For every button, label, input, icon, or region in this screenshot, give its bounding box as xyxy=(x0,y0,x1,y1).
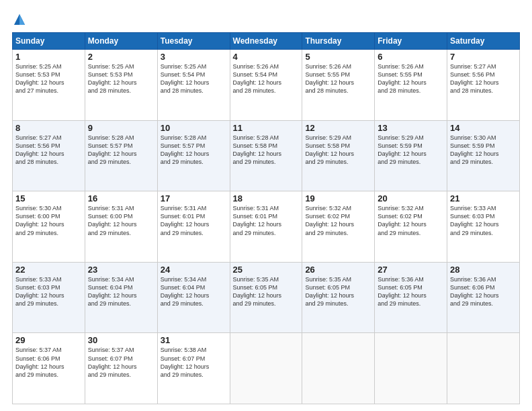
day-number: 3 xyxy=(161,52,227,62)
calendar-cell: 6Sunrise: 5:26 AMSunset: 5:55 PMDaylight… xyxy=(375,50,447,121)
calendar-cell xyxy=(447,333,520,404)
svg-marker-1 xyxy=(19,14,25,25)
day-header: Thursday xyxy=(302,33,375,50)
calendar-cell: 30Sunrise: 5:37 AMSunset: 6:07 PMDayligh… xyxy=(85,333,157,404)
day-info: Sunrise: 5:26 AMSunset: 5:55 PMDaylight:… xyxy=(378,62,444,95)
calendar-cell: 18Sunrise: 5:31 AMSunset: 6:01 PMDayligh… xyxy=(230,191,302,263)
day-info: Sunrise: 5:31 AMSunset: 6:01 PMDaylight:… xyxy=(161,204,227,237)
day-info: Sunrise: 5:38 AMSunset: 6:07 PMDaylight:… xyxy=(161,346,227,379)
calendar-cell: 14Sunrise: 5:30 AMSunset: 5:59 PMDayligh… xyxy=(447,120,520,191)
day-info: Sunrise: 5:37 AMSunset: 6:06 PMDaylight:… xyxy=(15,346,82,379)
day-info: Sunrise: 5:33 AMSunset: 6:03 PMDaylight:… xyxy=(15,275,82,308)
day-info: Sunrise: 5:33 AMSunset: 6:03 PMDaylight:… xyxy=(450,204,517,237)
day-number: 27 xyxy=(378,265,444,275)
calendar-cell xyxy=(375,333,447,404)
day-info: Sunrise: 5:34 AMSunset: 6:04 PMDaylight:… xyxy=(161,275,227,308)
calendar-cell: 22Sunrise: 5:33 AMSunset: 6:03 PMDayligh… xyxy=(13,262,85,333)
day-header: Tuesday xyxy=(157,33,230,50)
day-number: 29 xyxy=(15,335,82,345)
day-info: Sunrise: 5:29 AMSunset: 5:58 PMDaylight:… xyxy=(305,134,371,167)
day-header: Saturday xyxy=(447,33,520,50)
day-number: 13 xyxy=(378,123,444,133)
calendar-cell: 27Sunrise: 5:36 AMSunset: 6:05 PMDayligh… xyxy=(375,262,447,333)
calendar-cell: 7Sunrise: 5:27 AMSunset: 5:56 PMDaylight… xyxy=(447,50,520,121)
day-number: 20 xyxy=(378,193,444,203)
day-info: Sunrise: 5:32 AMSunset: 6:02 PMDaylight:… xyxy=(378,204,444,237)
calendar-page: SundayMondayTuesdayWednesdayThursdayFrid… xyxy=(0,0,532,411)
calendar-cell: 19Sunrise: 5:32 AMSunset: 6:02 PMDayligh… xyxy=(302,191,375,263)
day-info: Sunrise: 5:37 AMSunset: 6:07 PMDaylight:… xyxy=(88,346,154,379)
calendar-week-row: 8Sunrise: 5:27 AMSunset: 5:56 PMDaylight… xyxy=(13,120,520,191)
day-number: 1 xyxy=(15,52,82,62)
day-info: Sunrise: 5:27 AMSunset: 5:56 PMDaylight:… xyxy=(450,62,517,95)
day-header: Monday xyxy=(85,33,157,50)
calendar-cell: 16Sunrise: 5:31 AMSunset: 6:00 PMDayligh… xyxy=(85,191,157,263)
calendar-cell xyxy=(230,333,302,404)
day-info: Sunrise: 5:35 AMSunset: 6:05 PMDaylight:… xyxy=(305,275,371,308)
day-info: Sunrise: 5:28 AMSunset: 5:58 PMDaylight:… xyxy=(233,134,300,167)
calendar-cell: 17Sunrise: 5:31 AMSunset: 6:01 PMDayligh… xyxy=(157,191,230,263)
day-info: Sunrise: 5:25 AMSunset: 5:53 PMDaylight:… xyxy=(88,62,154,95)
day-info: Sunrise: 5:25 AMSunset: 5:54 PMDaylight:… xyxy=(161,62,227,95)
day-header: Sunday xyxy=(13,33,85,50)
calendar-cell xyxy=(302,333,375,404)
day-header: Friday xyxy=(375,33,447,50)
day-info: Sunrise: 5:26 AMSunset: 5:54 PMDaylight:… xyxy=(233,62,300,95)
day-number: 6 xyxy=(378,52,444,62)
calendar-cell: 31Sunrise: 5:38 AMSunset: 6:07 PMDayligh… xyxy=(157,333,230,404)
calendar-cell: 23Sunrise: 5:34 AMSunset: 6:04 PMDayligh… xyxy=(85,262,157,333)
day-number: 26 xyxy=(305,265,371,275)
day-info: Sunrise: 5:34 AMSunset: 6:04 PMDaylight:… xyxy=(88,275,154,308)
day-number: 9 xyxy=(88,123,154,133)
day-number: 25 xyxy=(233,265,300,275)
calendar-week-row: 22Sunrise: 5:33 AMSunset: 6:03 PMDayligh… xyxy=(13,262,520,333)
calendar-cell: 4Sunrise: 5:26 AMSunset: 5:54 PMDaylight… xyxy=(230,50,302,121)
day-number: 15 xyxy=(15,193,82,203)
calendar-cell: 21Sunrise: 5:33 AMSunset: 6:03 PMDayligh… xyxy=(447,191,520,263)
day-number: 22 xyxy=(15,265,82,275)
calendar-week-row: 29Sunrise: 5:37 AMSunset: 6:06 PMDayligh… xyxy=(13,333,520,404)
day-number: 8 xyxy=(15,123,82,133)
day-info: Sunrise: 5:32 AMSunset: 6:02 PMDaylight:… xyxy=(305,204,371,237)
day-info: Sunrise: 5:36 AMSunset: 6:05 PMDaylight:… xyxy=(378,275,444,308)
day-info: Sunrise: 5:25 AMSunset: 5:53 PMDaylight:… xyxy=(15,62,82,95)
day-number: 14 xyxy=(450,123,517,133)
logo-icon xyxy=(12,12,27,27)
calendar-cell: 26Sunrise: 5:35 AMSunset: 6:05 PMDayligh… xyxy=(302,262,375,333)
day-info: Sunrise: 5:30 AMSunset: 5:59 PMDaylight:… xyxy=(450,134,517,167)
day-number: 28 xyxy=(450,265,517,275)
day-number: 7 xyxy=(450,52,517,62)
day-number: 30 xyxy=(88,335,154,345)
calendar-cell: 29Sunrise: 5:37 AMSunset: 6:06 PMDayligh… xyxy=(13,333,85,404)
day-number: 5 xyxy=(305,52,371,62)
calendar-cell: 2Sunrise: 5:25 AMSunset: 5:53 PMDaylight… xyxy=(85,50,157,121)
day-number: 4 xyxy=(233,52,300,62)
calendar-cell: 25Sunrise: 5:35 AMSunset: 6:05 PMDayligh… xyxy=(230,262,302,333)
calendar-cell: 15Sunrise: 5:30 AMSunset: 6:00 PMDayligh… xyxy=(13,191,85,263)
day-number: 21 xyxy=(450,193,517,203)
page-header xyxy=(12,12,520,27)
day-number: 17 xyxy=(161,193,227,203)
day-info: Sunrise: 5:28 AMSunset: 5:57 PMDaylight:… xyxy=(161,134,227,167)
day-number: 18 xyxy=(233,193,300,203)
calendar-cell: 12Sunrise: 5:29 AMSunset: 5:58 PMDayligh… xyxy=(302,120,375,191)
day-info: Sunrise: 5:27 AMSunset: 5:56 PMDaylight:… xyxy=(15,134,82,167)
calendar-cell: 1Sunrise: 5:25 AMSunset: 5:53 PMDaylight… xyxy=(13,50,85,121)
calendar-header-row: SundayMondayTuesdayWednesdayThursdayFrid… xyxy=(13,33,520,50)
day-header: Wednesday xyxy=(230,33,302,50)
calendar-cell: 9Sunrise: 5:28 AMSunset: 5:57 PMDaylight… xyxy=(85,120,157,191)
day-number: 11 xyxy=(233,123,300,133)
calendar-cell: 5Sunrise: 5:26 AMSunset: 5:55 PMDaylight… xyxy=(302,50,375,121)
day-number: 12 xyxy=(305,123,371,133)
logo xyxy=(12,12,30,27)
calendar-cell: 28Sunrise: 5:36 AMSunset: 6:06 PMDayligh… xyxy=(447,262,520,333)
day-number: 10 xyxy=(161,123,227,133)
day-info: Sunrise: 5:30 AMSunset: 6:00 PMDaylight:… xyxy=(15,204,82,237)
calendar-table: SundayMondayTuesdayWednesdayThursdayFrid… xyxy=(12,32,520,404)
day-number: 16 xyxy=(88,193,154,203)
day-number: 24 xyxy=(161,265,227,275)
calendar-week-row: 15Sunrise: 5:30 AMSunset: 6:00 PMDayligh… xyxy=(13,191,520,263)
day-info: Sunrise: 5:28 AMSunset: 5:57 PMDaylight:… xyxy=(88,134,154,167)
day-info: Sunrise: 5:29 AMSunset: 5:59 PMDaylight:… xyxy=(378,134,444,167)
calendar-cell: 24Sunrise: 5:34 AMSunset: 6:04 PMDayligh… xyxy=(157,262,230,333)
